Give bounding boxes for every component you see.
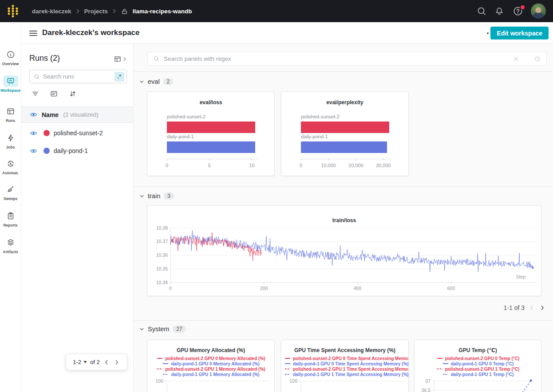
run-name[interactable]: daily-pond-1 [54,147,88,154]
top-navbar: darek-kleczek Projects llama-recipes-wan… [0,0,553,22]
breadcrumb-user[interactable]: darek-kleczek [32,8,71,15]
clear-search-icon[interactable] [513,55,519,62]
svg-text:600: 600 [447,286,455,291]
sidebar-item-label: Artifacts [3,250,18,254]
x-tick [328,159,329,161]
x-tick-label: 10,000 [315,163,342,168]
next-panels-page-button[interactable] [539,304,546,311]
run-row-daily-pond-1[interactable]: daily-pond-1 [21,144,133,158]
eye-icon[interactable] [30,129,37,137]
notes-icon[interactable] [50,90,58,98]
sidebar-item-label: Reports [3,223,17,227]
table-icon [114,55,122,63]
section-header-train[interactable]: train 3 [139,192,174,200]
expand-runs-table-button[interactable] [114,55,127,63]
runs-pagination: 1-2 of 2 [66,354,127,370]
sidebar-item-label: Sweeps [4,196,18,201]
eye-icon[interactable] [30,147,37,155]
bar-series-label: daily-pond-1 [301,134,328,139]
breadcrumb-project[interactable]: llama-recipes-wandb [133,8,192,15]
help-icon[interactable] [513,6,523,16]
sidebar-item-sweeps[interactable]: Sweeps [0,184,21,201]
search-panels-input[interactable]: Search panels with regex [147,52,547,66]
runs-column-header[interactable]: Name (2 visualized) [21,106,133,123]
previous-page-button[interactable] [103,359,110,366]
bar-series-label: polished-sunset-2 [167,114,205,119]
search-panels-placeholder: Search panels with regex [164,55,509,62]
x-tick [167,159,167,161]
svg-text:100: 100 [289,378,297,384]
panel-gpu-memory-allocated[interactable]: GPU Memory Allocated (%)polished-sunset-… [147,340,275,392]
x-tick-label: 30,000 [370,163,397,168]
chevron-right-icon [122,56,127,62]
x-tick [252,159,252,161]
sidebar-item-label: Jobs [6,145,15,149]
wandb-workspace-app: darek-kleczek Projects llama-recipes-wan… [0,0,553,392]
runs-page-range[interactable]: 1-2 [73,359,81,365]
previous-panels-page-button[interactable] [528,304,535,311]
runs-name-column-label: Name [42,111,59,118]
breadcrumb-separator-icon [76,8,80,14]
sidebar-item-artifacts[interactable]: Artifacts [0,237,21,254]
panels-pagination: 1-1 of 3 [504,304,546,311]
sidebar-item-runs[interactable]: Runs [0,106,21,123]
table-icon [3,106,18,117]
x-tick-label: 5 [196,163,223,168]
eye-icon[interactable] [30,111,37,118]
section-header-system[interactable]: System 27 [139,325,186,333]
train-loss-plot: 10.3410.3510.3610.3710.380200400600Step [147,206,541,296]
x-tick-label: 20,000 [343,163,369,168]
sidebar-item-automations[interactable]: Automat. [0,158,21,175]
section-header-eval[interactable]: eval 2 [139,78,173,85]
panel-train-loss[interactable]: train/loss10.3410.3510.3610.3710.3802004… [147,205,541,296]
breadcrumb: darek-kleczek Projects llama-recipes-wan… [32,0,192,22]
section-count-badge: 2 [163,78,174,85]
panel-eval-perplexity[interactable]: eval/perplexitypolished-sunset-2daily-po… [281,91,409,176]
caret-down-icon[interactable] [83,361,87,363]
hamburger-menu-icon[interactable] [29,29,37,36]
sidebar-item-workspace[interactable]: Workspace [0,75,21,93]
section-count-badge: 27 [173,325,186,333]
workspace-board-icon [3,75,18,87]
sidebar-item-label: Automat. [2,171,19,175]
edit-workspace-button[interactable]: Edit workspace [490,27,549,39]
runs-page-of: of 2 [90,359,100,365]
sidebar-item-reports[interactable]: Reports [0,210,21,227]
x-tick-label: 0 [154,163,180,168]
breadcrumb-projects[interactable]: Projects [84,8,108,15]
bar-series-label: daily-pond-1 [167,134,194,139]
avatar[interactable] [531,4,546,19]
sidebar-item-overview[interactable]: Overview [0,49,21,66]
section-label: train [148,192,160,200]
sidebar-item-label: Runs [6,118,15,123]
search-runs-input[interactable]: Search runs .* [29,70,127,83]
svg-text:400: 400 [354,286,362,291]
panel-gpu-temp[interactable]: GPU Temp (℃)polished-sunset-2 GPU 0 Temp… [414,340,541,392]
runs-panel-title: Runs (2) [29,54,60,63]
x-axis [166,159,257,159]
broom-icon [3,184,18,195]
panel-eval-loss[interactable]: eval/losspolished-sunset-2daily-pond-105… [147,91,275,176]
layers-icon [3,237,18,248]
bell-icon[interactable] [494,6,505,16]
run-color-dot [43,130,50,136]
sidebar-item-jobs[interactable]: Jobs [0,132,21,149]
run-row-polished-sunset-2[interactable]: polished-sunset-2 [21,126,133,140]
next-page-button[interactable] [113,359,120,366]
bar [301,141,387,153]
section-label: System [148,325,169,333]
regex-toggle-button[interactable]: .* [115,72,124,82]
x-tick [383,159,384,161]
history-icon[interactable] [534,55,541,63]
wandb-logo[interactable] [6,4,20,18]
filter-icon[interactable] [31,90,40,98]
run-name[interactable]: polished-sunset-2 [54,129,103,137]
bar [167,141,255,153]
panel-gpu-time-spent[interactable]: GPU Time Spent Accessing Memory (%)polis… [281,340,409,392]
svg-text:10.37: 10.37 [156,239,168,244]
clipboard-icon [3,210,18,222]
sort-icon[interactable] [68,90,77,98]
svg-text:10.36: 10.36 [156,252,168,258]
search-icon[interactable] [476,6,487,16]
divider [134,186,553,187]
